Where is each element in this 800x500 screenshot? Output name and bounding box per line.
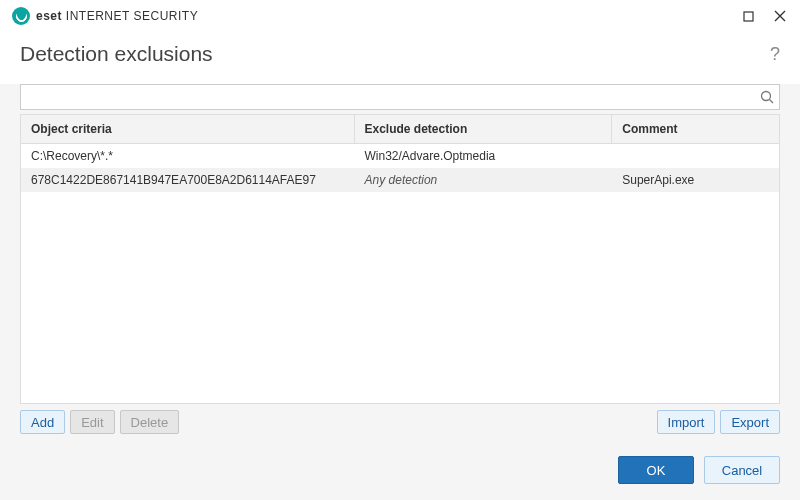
maximize-icon	[743, 11, 754, 22]
footer: OK Cancel	[0, 442, 800, 500]
export-button[interactable]: Export	[720, 410, 780, 434]
titlebar: eset INTERNET SECURITY	[0, 0, 800, 32]
col-exclude-detection[interactable]: Exclude detection	[355, 115, 613, 143]
cell-detection: Any detection	[355, 168, 613, 192]
table-header: Object criteria Exclude detection Commen…	[21, 114, 779, 144]
edit-button[interactable]: Edit	[70, 410, 114, 434]
logo-icon	[12, 7, 30, 25]
search-input[interactable]	[20, 84, 780, 110]
maximize-button[interactable]	[732, 2, 764, 30]
add-button[interactable]: Add	[20, 410, 65, 434]
cell-object: C:\Recovery\*.*	[21, 144, 355, 168]
close-button[interactable]	[764, 2, 796, 30]
header: Detection exclusions ?	[0, 32, 800, 84]
cancel-button[interactable]: Cancel	[704, 456, 780, 484]
searchbar	[20, 84, 780, 110]
table-row[interactable]: 678C1422DE867141B947EA700E8A2D6114AFAE97…	[21, 168, 779, 192]
col-comment[interactable]: Comment	[612, 115, 779, 143]
page-title: Detection exclusions	[20, 42, 213, 66]
exclusions-table: Object criteria Exclude detection Commen…	[20, 114, 780, 404]
brand-text: eset INTERNET SECURITY	[36, 9, 198, 23]
col-object-criteria[interactable]: Object criteria	[21, 115, 355, 143]
content: Object criteria Exclude detection Commen…	[0, 84, 800, 442]
delete-button[interactable]: Delete	[120, 410, 180, 434]
cell-comment: SuperApi.exe	[612, 168, 779, 192]
help-button[interactable]: ?	[770, 44, 780, 65]
window-controls	[732, 2, 796, 30]
close-icon	[774, 10, 786, 22]
app-logo: eset INTERNET SECURITY	[12, 7, 198, 25]
svg-rect-0	[744, 12, 753, 21]
import-button[interactable]: Import	[657, 410, 716, 434]
table-body: C:\Recovery\*.*Win32/Advare.Optmedia678C…	[21, 144, 779, 403]
cell-comment	[612, 144, 779, 168]
cell-object: 678C1422DE867141B947EA700E8A2D6114AFAE97	[21, 168, 355, 192]
action-bar: Add Edit Delete Import Export	[20, 404, 780, 434]
cell-detection: Win32/Advare.Optmedia	[355, 144, 613, 168]
table-row[interactable]: C:\Recovery\*.*Win32/Advare.Optmedia	[21, 144, 779, 168]
ok-button[interactable]: OK	[618, 456, 694, 484]
